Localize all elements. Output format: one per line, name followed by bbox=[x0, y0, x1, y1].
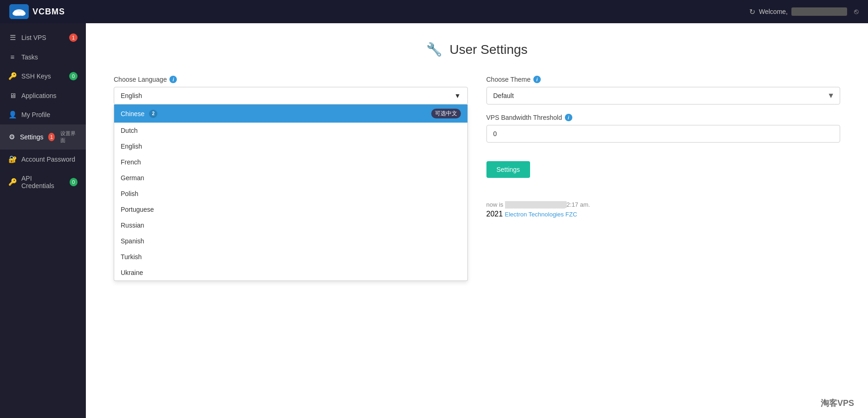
language-option-dutch[interactable]: Dutch bbox=[114, 123, 467, 138]
language-option-spanish[interactable]: Spanish bbox=[114, 233, 467, 249]
chinese-count-badge: 2 bbox=[149, 110, 157, 118]
sidebar-item-settings[interactable]: ⚙ Settings 1 设置界面 bbox=[0, 124, 86, 150]
language-option-french[interactable]: French bbox=[114, 154, 467, 170]
language-dropdown-menu: Chinese 2 可选中文 Dutch English French Germ… bbox=[114, 104, 468, 281]
footer-copyright: 2021 Electron Technologies FZC bbox=[486, 210, 841, 218]
chinese-label: Chinese bbox=[121, 110, 144, 118]
language-info-icon: i bbox=[169, 76, 177, 83]
footer-company-link[interactable]: Electron Technologies FZC bbox=[505, 211, 577, 218]
sidebar-item-applications[interactable]: 🖥 Applications bbox=[0, 86, 86, 105]
theme-select-wrapper: Default Dark Light ▼ bbox=[486, 87, 841, 104]
language-dropdown-arrow: ▼ bbox=[454, 92, 461, 99]
navbar: VCBMS ↻ Welcome, ⎋ bbox=[0, 0, 868, 23]
sidebar-label-applications: Applications bbox=[21, 92, 57, 99]
main-content: 🔧 User Settings Choose Language i Englis… bbox=[86, 23, 868, 418]
sidebar: ☰ List VPS 1 ≡ Tasks 🔑 SSH Keys 0 🖥 Appl… bbox=[0, 23, 86, 418]
watermark: 淘客VPS bbox=[821, 398, 854, 409]
theme-info-icon: i bbox=[533, 76, 541, 83]
account-password-icon: 🔐 bbox=[8, 155, 17, 163]
footer-now: now is bbox=[486, 201, 504, 208]
api-credentials-badge: 0 bbox=[70, 178, 78, 186]
applications-icon: 🖥 bbox=[8, 91, 17, 99]
sidebar-item-list-vps[interactable]: ☰ List VPS 1 bbox=[0, 28, 86, 47]
footer-ampm: 2:17 am. bbox=[567, 201, 590, 208]
language-dropdown-trigger[interactable]: English ▼ bbox=[114, 87, 468, 104]
bandwidth-section: VPS Bandwidth Threshold i bbox=[486, 114, 841, 143]
layout: ☰ List VPS 1 ≡ Tasks 🔑 SSH Keys 0 🖥 Appl… bbox=[0, 23, 868, 418]
language-option-polish[interactable]: Polish bbox=[114, 186, 467, 202]
sidebar-item-ssh-keys[interactable]: 🔑 SSH Keys 0 bbox=[0, 66, 86, 86]
sidebar-label-list-vps: List VPS bbox=[21, 34, 46, 41]
footer-year: 2021 bbox=[486, 210, 503, 218]
sidebar-label-tasks: Tasks bbox=[21, 53, 38, 61]
brand-title: VCBMS bbox=[32, 7, 65, 17]
theme-select[interactable]: Default Dark Light bbox=[486, 87, 841, 104]
brand: VCBMS bbox=[9, 4, 65, 19]
my-profile-icon: 👤 bbox=[8, 111, 17, 119]
sidebar-item-my-profile[interactable]: 👤 My Profile bbox=[0, 105, 86, 124]
ssh-keys-icon: 🔑 bbox=[8, 72, 17, 80]
sidebar-label-my-profile: My Profile bbox=[21, 111, 50, 118]
theme-label: Choose Theme i bbox=[486, 76, 841, 83]
language-option-ukraine[interactable]: Ukraine bbox=[114, 265, 467, 281]
language-option-german[interactable]: German bbox=[114, 170, 467, 186]
page-header-icon: 🔧 bbox=[426, 42, 442, 57]
settings-grid: Choose Language i English ▼ Chinese 2 可选… bbox=[114, 76, 840, 218]
sidebar-item-api-credentials[interactable]: 🔑 API Credentials 0 bbox=[0, 169, 86, 195]
bandwidth-label: VPS Bandwidth Threshold i bbox=[486, 114, 841, 121]
svg-point-2 bbox=[13, 11, 20, 16]
sidebar-label-settings: Settings bbox=[20, 133, 44, 141]
right-section: Choose Theme i Default Dark Light ▼ bbox=[486, 76, 841, 218]
page-title: User Settings bbox=[449, 42, 527, 57]
theme-section: Choose Theme i Default Dark Light ▼ bbox=[486, 76, 841, 104]
language-option-english[interactable]: English bbox=[114, 138, 467, 154]
sidebar-label-account-password: Account Password bbox=[21, 156, 75, 163]
navbar-right: ↻ Welcome, ⎋ bbox=[749, 7, 859, 16]
language-option-russian[interactable]: Russian bbox=[114, 217, 467, 233]
language-dropdown-container: English ▼ Chinese 2 可选中文 Dutch English F… bbox=[114, 87, 468, 104]
svg-point-3 bbox=[19, 11, 26, 16]
language-current-value: English bbox=[121, 92, 142, 99]
language-option-portuguese[interactable]: Portuguese bbox=[114, 202, 467, 217]
tasks-icon: ≡ bbox=[8, 53, 17, 61]
list-vps-icon: ☰ bbox=[8, 33, 17, 42]
language-section: Choose Language i English ▼ Chinese 2 可选… bbox=[114, 76, 468, 218]
list-vps-badge: 1 bbox=[69, 33, 78, 42]
language-label: Choose Language i bbox=[114, 76, 468, 83]
save-settings-button[interactable]: Settings bbox=[486, 161, 531, 178]
refresh-icon[interactable]: ↻ bbox=[749, 7, 755, 16]
username-placeholder bbox=[791, 7, 847, 16]
bandwidth-input[interactable] bbox=[486, 125, 841, 143]
chinese-tag: 可选中文 bbox=[431, 109, 461, 118]
settings-badge: 1 bbox=[48, 133, 55, 141]
ssh-keys-badge: 0 bbox=[69, 72, 78, 80]
footer-datetime: ██████████████ bbox=[505, 201, 567, 208]
sidebar-item-tasks[interactable]: ≡ Tasks bbox=[0, 47, 86, 66]
welcome-section: ↻ Welcome, bbox=[749, 7, 847, 16]
logout-icon[interactable]: ⎋ bbox=[854, 7, 859, 16]
bandwidth-info-icon: i bbox=[565, 114, 572, 121]
sidebar-item-account-password[interactable]: 🔐 Account Password bbox=[0, 150, 86, 169]
logo bbox=[9, 4, 29, 19]
page-header: 🔧 User Settings bbox=[114, 42, 840, 57]
settings-cn-label: 设置界面 bbox=[60, 130, 78, 144]
welcome-text: Welcome, bbox=[759, 8, 788, 15]
sidebar-label-ssh-keys: SSH Keys bbox=[21, 72, 51, 80]
sidebar-label-api-credentials: API Credentials bbox=[21, 175, 65, 189]
settings-icon: ⚙ bbox=[8, 133, 15, 141]
language-option-turkish[interactable]: Turkish bbox=[114, 249, 467, 265]
api-credentials-icon: 🔑 bbox=[8, 178, 17, 186]
language-option-chinese[interactable]: Chinese 2 可选中文 bbox=[114, 104, 467, 123]
footer-text: now is ██████████████ 2:17 am. bbox=[486, 201, 841, 208]
